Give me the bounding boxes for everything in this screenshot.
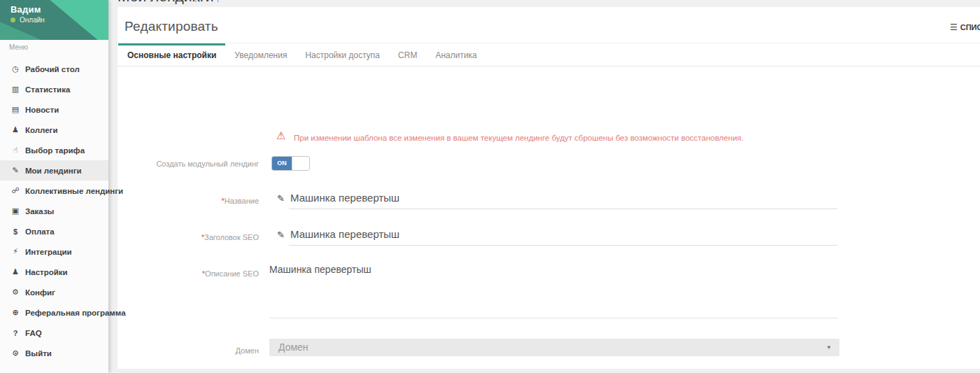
warning-icon: ⚠ <box>276 129 285 142</box>
cart-icon: ▣ <box>9 206 22 216</box>
toggle-handle <box>292 157 309 170</box>
list-icon: ☰ <box>950 22 958 32</box>
user-name: Вадим <box>10 4 41 15</box>
sidebar-item-label: Заказы <box>25 207 54 216</box>
domain-label: Домен <box>118 346 259 355</box>
sidebar-item-label: Оплата <box>25 227 55 236</box>
seo-title-input[interactable] <box>289 227 837 246</box>
warning-message: При изменении шаблона все изменения в ва… <box>294 134 853 142</box>
breadcrumb: Редактировать <box>185 0 243 1</box>
seo-description-textarea[interactable]: Машинка перевертыш <box>269 264 837 318</box>
hand-pointer-icon: ☝ <box>9 146 22 155</box>
card-title: Редактировать <box>125 19 218 34</box>
sidebar-item-label: Выйти <box>25 349 52 358</box>
edit-icon: ✎ <box>9 166 22 175</box>
sidebar-item-news[interactable]: ▤ Новости <box>0 99 108 120</box>
online-status-icon <box>10 17 15 22</box>
card-header: Редактировать ☰ СПИСОК <box>118 7 980 43</box>
domain-select[interactable]: Домен ▼ <box>269 339 839 356</box>
user-status-label: Онлайн <box>20 16 45 24</box>
seo-title-label: *Заголовок SEO <box>118 233 259 241</box>
sidebar-item-label: Настройки <box>25 268 68 276</box>
sidebar-item-label: Мои лендинги <box>25 167 82 175</box>
menu-section-label: Меню <box>9 43 28 51</box>
tab-bar: Основные настройки Уведомления Настройки… <box>118 43 980 66</box>
sidebar-item-label: Рабочий стол <box>25 65 80 73</box>
list-button[interactable]: ☰ СПИСОК <box>950 22 980 32</box>
chevron-down-icon: ▼ <box>826 344 832 351</box>
toggle-on-label: ON <box>272 157 292 170</box>
user-plus-icon: ⊕ <box>9 308 22 317</box>
power-icon: ⊙ <box>9 349 22 358</box>
user-icon: ♟ <box>9 267 22 276</box>
sidebar-menu: ◷ Рабочий стол ▥ Статистика ▤ Новости ♟ … <box>0 59 108 363</box>
module-landing-toggle[interactable]: ON <box>271 156 310 171</box>
pencil-icon: ✎ <box>277 230 285 240</box>
sidebar-item-config[interactable]: ⚙ Конфиг <box>0 282 108 302</box>
tab-analytics[interactable]: Аналитика <box>426 43 485 66</box>
sidebar-item-statistics[interactable]: ▥ Статистика <box>0 79 108 99</box>
sidebar-item-label: Интеграции <box>25 248 72 256</box>
tab-access-settings[interactable]: Настройки доступа <box>296 43 389 66</box>
sidebar-item-dashboard[interactable]: ◷ Рабочий стол <box>0 59 108 79</box>
sidebar-item-label: Коллеги <box>25 126 57 134</box>
dashboard-icon: ◷ <box>9 64 22 73</box>
sidebar-item-label: Новости <box>25 106 59 114</box>
sidebar-item-tariff[interactable]: ☝ Выбор тарифа <box>0 140 108 160</box>
sidebar-item-settings[interactable]: ♟ Настройки <box>0 262 108 282</box>
domain-select-value: Домен <box>269 339 839 356</box>
pencil-icon: ✎ <box>277 193 285 204</box>
user-status: Онлайн <box>10 16 45 24</box>
sidebar: Вадим Онлайн Меню ◷ Рабочий стол ▥ Стати… <box>0 0 108 373</box>
main-content: Мои лендинги Редактировать Редактировать… <box>108 0 980 373</box>
sidebar-item-logout[interactable]: ⊙ Выйти <box>0 343 108 363</box>
sidebar-item-orders[interactable]: ▣ Заказы <box>0 201 108 221</box>
newspaper-icon: ▤ <box>9 105 22 114</box>
sidebar-item-collective-landings[interactable]: ☍ Коллективные лендинги <box>0 181 108 201</box>
list-button-label: СПИСОК <box>960 23 980 31</box>
sidebar-item-payment[interactable]: $ Оплата <box>0 221 108 241</box>
gear-icon: ⚙ <box>9 288 22 297</box>
sidebar-item-label: Статистика <box>25 85 70 94</box>
tab-main-settings[interactable]: Основные настройки <box>118 43 225 66</box>
sidebar-item-label: Коллективные лендинги <box>25 187 123 195</box>
seo-description-label: *Описание SEO <box>118 269 259 278</box>
tab-crm[interactable]: CRM <box>389 43 426 66</box>
name-label: *Название <box>118 197 259 205</box>
dollar-icon: $ <box>9 227 22 236</box>
name-input[interactable] <box>289 191 837 209</box>
bar-chart-icon: ▥ <box>9 85 22 94</box>
edit-card: Редактировать ☰ СПИСОК Основные настройк… <box>118 7 980 369</box>
sidebar-item-faq[interactable]: ? FAQ <box>0 323 108 343</box>
sidebar-item-referral[interactable]: ⊕ Реферальная программа <box>0 302 108 323</box>
share-icon: ☍ <box>9 186 22 195</box>
sidebar-item-label: FAQ <box>25 329 42 337</box>
sidebar-item-integrations[interactable]: ⚡ Интеграции <box>0 241 108 262</box>
sidebar-item-label: Конфиг <box>25 288 55 297</box>
user-panel: Вадим Онлайн <box>0 0 108 40</box>
sidebar-item-my-landings[interactable]: ✎ Мои лендинги <box>0 160 108 181</box>
users-icon: ♟ <box>9 125 22 134</box>
sidebar-item-colleagues[interactable]: ♟ Коллеги <box>0 120 108 140</box>
plug-icon: ⚡ <box>9 247 22 256</box>
sidebar-item-label: Выбор тарифа <box>25 146 85 155</box>
tab-notifications[interactable]: Уведомления <box>225 43 296 66</box>
sidebar-item-label: Реферальная программа <box>25 309 126 317</box>
module-toggle-label: Создать модульный лендинг <box>118 160 259 168</box>
question-icon: ? <box>9 329 22 337</box>
